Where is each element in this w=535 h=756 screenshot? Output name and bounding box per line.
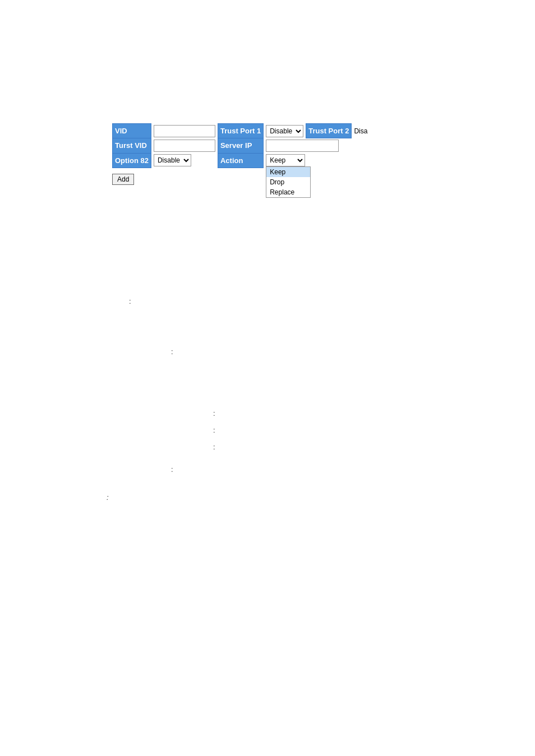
turst-vid-label: Turst VID xyxy=(113,138,151,154)
turst-vid-input[interactable] xyxy=(154,140,215,152)
trust-port1-header: Trust Port 1 xyxy=(218,124,263,138)
trust-port2-header: Trust Port 2 xyxy=(306,124,352,138)
action-label: Action xyxy=(218,153,263,168)
option82-select-cell[interactable]: Disable Enable xyxy=(151,153,218,168)
action-select-container: Keep Drop Replace Keep Drop Replace xyxy=(266,154,367,166)
vid-header: VID xyxy=(113,124,151,138)
action-option-drop[interactable]: Drop xyxy=(266,177,310,187)
vid-input[interactable] xyxy=(154,125,215,137)
colon-6: : xyxy=(171,465,173,474)
server-ip-input[interactable] xyxy=(266,140,339,152)
colon-2: : xyxy=(171,347,173,356)
action-select[interactable]: Keep Drop Replace xyxy=(266,154,305,166)
action-cell: Keep Drop Replace Keep Drop Replace xyxy=(264,153,370,168)
trust-port1-select[interactable]: Disable Enable xyxy=(266,125,303,137)
action-option-replace[interactable]: Replace xyxy=(266,187,310,197)
trust-port1-select-cell[interactable]: Disable Enable xyxy=(264,124,306,138)
turst-vid-input-cell[interactable] xyxy=(151,138,218,154)
add-button-row: Add xyxy=(112,171,370,185)
colon-7: : xyxy=(107,493,109,502)
colon-5: : xyxy=(213,443,215,451)
action-option-keep[interactable]: Keep xyxy=(266,167,310,177)
option82-select[interactable]: Disable Enable xyxy=(154,154,191,166)
colon-4: : xyxy=(213,426,215,434)
colon-3: : xyxy=(213,409,215,418)
action-select-row: Keep Drop Replace xyxy=(266,154,305,166)
server-ip-label: Server IP xyxy=(218,138,263,154)
server-ip-input-cell[interactable] xyxy=(264,138,370,154)
vid-input-cell[interactable] xyxy=(151,124,218,138)
trust-port2-partial: Disa xyxy=(352,124,370,138)
action-dropdown-list: Keep Drop Replace xyxy=(266,166,311,198)
dhcp-snooping-form: VID Trust Port 1 Disable Enable Trust Po… xyxy=(112,123,370,168)
option82-label: Option 82 xyxy=(113,153,151,168)
colon-1: : xyxy=(129,297,131,305)
add-button[interactable]: Add xyxy=(112,174,134,185)
